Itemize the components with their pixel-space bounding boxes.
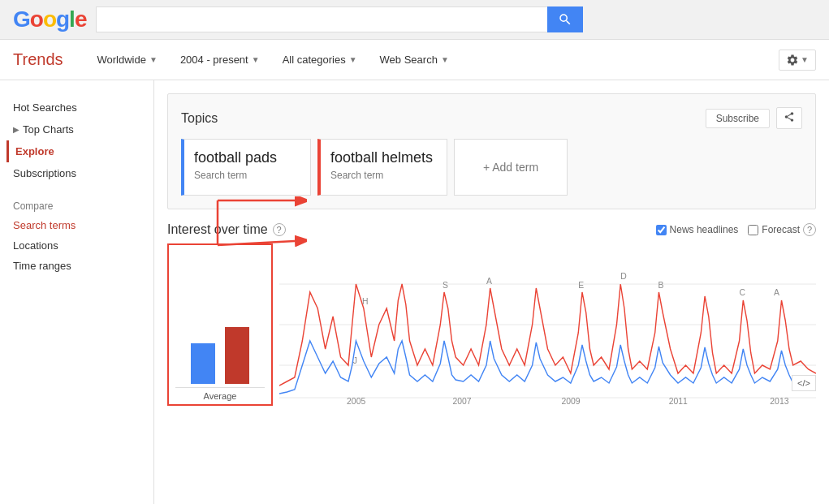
svg-text:S: S: [443, 280, 448, 290]
sidebar-item-top-charts[interactable]: ▶ Top Charts: [13, 118, 153, 140]
filter-search-type-label: Web Search: [380, 54, 438, 66]
main-layout: Hot Searches ▶ Top Charts Explore Subscr…: [0, 80, 829, 504]
header: Google: [0, 0, 829, 40]
svg-text:E: E: [578, 280, 584, 290]
forecast-label: Forecast: [762, 224, 800, 235]
filter-date-label: 2004 - present: [180, 54, 248, 66]
topics-section: Topics Subscribe football pads Search te…: [167, 93, 816, 209]
interest-title-wrap: Interest over time ?: [167, 222, 286, 237]
sidebar: Hot Searches ▶ Top Charts Explore Subscr…: [0, 80, 154, 504]
topics-header: Topics Subscribe: [181, 107, 802, 129]
sidebar-item-search-terms[interactable]: Search terms: [13, 215, 153, 235]
logo-l: l: [69, 6, 75, 32]
line-chart: H S A E D B C A 2005 2007 2009 2011 2013: [279, 243, 816, 406]
chevron-down-icon: ▼: [801, 55, 809, 64]
share-icon: [784, 111, 795, 123]
interest-title: Interest over time: [167, 222, 268, 237]
sidebar-item-hot-searches[interactable]: Hot Searches: [13, 97, 153, 118]
google-logo: Google: [13, 6, 86, 32]
forecast-checkbox[interactable]: [748, 225, 758, 235]
filter-date[interactable]: 2004 - present ▼: [179, 50, 261, 69]
term-card-football-pads[interactable]: football pads Search term: [181, 139, 311, 196]
filter-worldwide-label: Worldwide: [97, 54, 146, 66]
add-term-card[interactable]: + Add term: [454, 139, 568, 196]
logo-e: e: [75, 6, 87, 32]
avg-bars: [191, 319, 249, 384]
sidebar-item-explore[interactable]: Explore: [6, 140, 153, 162]
interest-section: Interest over time ? News headlines Fore…: [167, 222, 816, 406]
term-cards: football pads Search term football helme…: [181, 139, 802, 196]
chevron-down-icon: ▼: [441, 55, 449, 64]
term-card-type-2: Search term: [330, 170, 437, 181]
help-icon[interactable]: ?: [273, 223, 286, 236]
topics-title: Topics: [181, 111, 218, 126]
logo-g2: g: [56, 6, 69, 32]
share-button[interactable]: [776, 107, 802, 129]
term-card-name-2: football helmets: [330, 149, 437, 166]
svg-text:A: A: [774, 287, 780, 297]
logo-o2: o: [43, 6, 56, 32]
content: Topics Subscribe football pads Search te…: [154, 80, 829, 504]
search-icon: [558, 12, 572, 27]
term-card-type-1: Search term: [194, 170, 300, 181]
svg-text:2011: 2011: [669, 396, 688, 406]
sidebar-subscriptions-label: Subscriptions: [13, 167, 76, 179]
trends-logo: Trends: [13, 50, 63, 69]
avg-bar-red: [225, 327, 249, 384]
svg-text:C: C: [740, 287, 746, 297]
search-button[interactable]: [547, 6, 583, 32]
average-box: Average: [167, 243, 273, 406]
topics-actions: Subscribe: [706, 107, 802, 129]
gear-icon: [786, 54, 799, 67]
news-headlines-label: News headlines: [670, 224, 739, 235]
news-headlines-checkbox-wrap[interactable]: News headlines: [656, 224, 739, 235]
chart-area: Average H: [167, 243, 816, 406]
sidebar-compare-section: Compare: [13, 200, 153, 212]
search-bar: [96, 6, 583, 32]
chevron-down-icon: ▼: [349, 55, 357, 64]
svg-text:B: B: [658, 280, 663, 290]
sidebar-item-subscriptions[interactable]: Subscriptions: [13, 162, 153, 184]
chevron-down-icon: ▼: [149, 55, 158, 64]
filter-categories[interactable]: All categories ▼: [281, 50, 359, 69]
filter-worldwide[interactable]: Worldwide ▼: [96, 50, 159, 69]
sidebar-explore-label: Explore: [15, 145, 54, 157]
avg-label: Average: [175, 387, 265, 404]
logo-o1: o: [30, 6, 43, 32]
svg-text:J: J: [353, 355, 357, 365]
sidebar-item-locations[interactable]: Locations: [13, 235, 153, 256]
chevron-down-icon: ▼: [252, 55, 260, 64]
interest-header: Interest over time ? News headlines Fore…: [167, 222, 816, 237]
sidebar-item-time-ranges[interactable]: Time ranges: [13, 256, 153, 276]
subscribe-button[interactable]: Subscribe: [706, 109, 770, 128]
filter-search-type[interactable]: Web Search ▼: [378, 50, 451, 69]
svg-text:2007: 2007: [452, 396, 471, 406]
search-input[interactable]: [96, 6, 547, 32]
term-card-football-helmets[interactable]: football helmets Search term: [317, 139, 447, 196]
svg-text:2013: 2013: [770, 396, 788, 406]
sidebar-top-charts-label: Top Charts: [23, 123, 74, 136]
svg-text:2005: 2005: [347, 396, 365, 406]
svg-text:A: A: [486, 276, 493, 286]
interest-controls: News headlines Forecast ?: [656, 223, 816, 236]
svg-text:2009: 2009: [561, 396, 580, 406]
svg-text:D: D: [620, 271, 627, 281]
term-card-name-1: football pads: [194, 149, 300, 166]
settings-button[interactable]: ▼: [779, 50, 816, 71]
news-headlines-checkbox[interactable]: [656, 225, 667, 235]
sidebar-hot-searches-label: Hot Searches: [13, 101, 77, 114]
avg-bar-blue: [191, 343, 215, 384]
svg-text:H: H: [362, 296, 368, 306]
filter-categories-label: All categories: [283, 54, 346, 66]
embed-button[interactable]: </>: [792, 375, 816, 391]
forecast-checkbox-wrap[interactable]: Forecast ?: [748, 223, 816, 236]
subheader: Trends Worldwide ▼ 2004 - present ▼ All …: [0, 40, 829, 80]
triangle-icon: ▶: [13, 125, 19, 134]
logo-g: G: [13, 6, 30, 32]
forecast-help-icon[interactable]: ?: [803, 223, 816, 236]
